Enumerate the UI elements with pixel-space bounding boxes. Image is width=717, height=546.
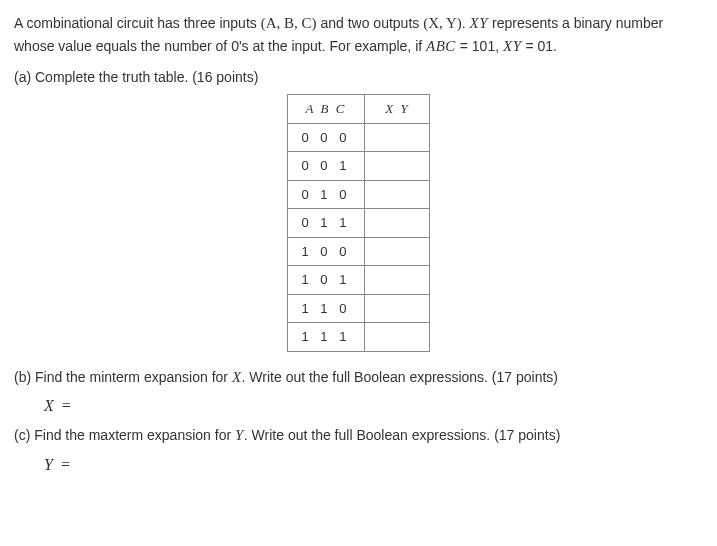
part-a-text: (a) Complete the truth table. (16 points… <box>14 67 703 88</box>
intro-period: . <box>462 15 466 31</box>
abc-cell: 1 0 0 <box>287 237 365 266</box>
part-b-text: (b) Find the minterm expansion for X. Wr… <box>14 366 703 389</box>
equals-sign: = <box>62 397 71 414</box>
xy-cell <box>365 237 430 266</box>
xy-cell <box>365 209 430 238</box>
truth-table: A B C X Y 0 0 0 0 0 1 0 1 0 0 1 1 1 0 0 … <box>287 94 431 352</box>
table-row: 1 1 1 <box>287 323 430 352</box>
abc-cell: 0 0 0 <box>287 123 365 152</box>
table-row: 1 1 0 <box>287 294 430 323</box>
eqn-x-var: X <box>44 397 54 414</box>
table-header-row: A B C X Y <box>287 95 430 124</box>
part-b-suffix: . Write out the full Boolean expressions… <box>242 369 558 385</box>
intro-text-1: A combinational circuit has three inputs <box>14 15 257 31</box>
part-b-prefix: (b) Find the minterm expansion for <box>14 369 228 385</box>
equals-sign: = <box>61 456 70 473</box>
part-b-var: X <box>232 369 242 385</box>
abc-cell: 1 1 0 <box>287 294 365 323</box>
xy-cell <box>365 152 430 181</box>
xy-cell <box>365 123 430 152</box>
abc-cell: 1 1 1 <box>287 323 365 352</box>
intro-text-5: = 101, <box>460 38 499 54</box>
table-row: 1 0 0 <box>287 237 430 266</box>
abc-var: ABC <box>426 38 456 54</box>
inputs-tuple: (A, B, C) <box>261 15 317 31</box>
eqn-y-var: Y <box>44 456 53 473</box>
xy-var-2: XY <box>503 38 522 54</box>
header-abc: A B C <box>287 95 365 124</box>
abc-cell: 0 1 0 <box>287 180 365 209</box>
part-c-suffix: . Write out the full Boolean expressions… <box>244 427 560 443</box>
table-row: 1 0 1 <box>287 266 430 295</box>
xy-cell <box>365 180 430 209</box>
part-c-prefix: (c) Find the maxterm expansion for <box>14 427 231 443</box>
equation-x: X = <box>44 394 703 418</box>
problem-statement: A combinational circuit has three inputs… <box>14 12 703 57</box>
xy-cell <box>365 294 430 323</box>
table-row: 0 0 1 <box>287 152 430 181</box>
outputs-tuple: (X, Y) <box>423 15 462 31</box>
abc-cell: 1 0 1 <box>287 266 365 295</box>
table-row: 0 0 0 <box>287 123 430 152</box>
xy-cell <box>365 323 430 352</box>
part-c-text: (c) Find the maxterm expansion for Y. Wr… <box>14 424 703 447</box>
xy-var-1: XY <box>470 15 489 31</box>
part-c-var: Y <box>235 427 244 443</box>
header-xy: X Y <box>365 95 430 124</box>
table-row: 0 1 0 <box>287 180 430 209</box>
abc-cell: 0 0 1 <box>287 152 365 181</box>
table-row: 0 1 1 <box>287 209 430 238</box>
intro-text-2: and two outputs <box>320 15 419 31</box>
xy-cell <box>365 266 430 295</box>
equation-y: Y = <box>44 453 703 477</box>
abc-cell: 0 1 1 <box>287 209 365 238</box>
intro-text-6: = 01. <box>525 38 557 54</box>
